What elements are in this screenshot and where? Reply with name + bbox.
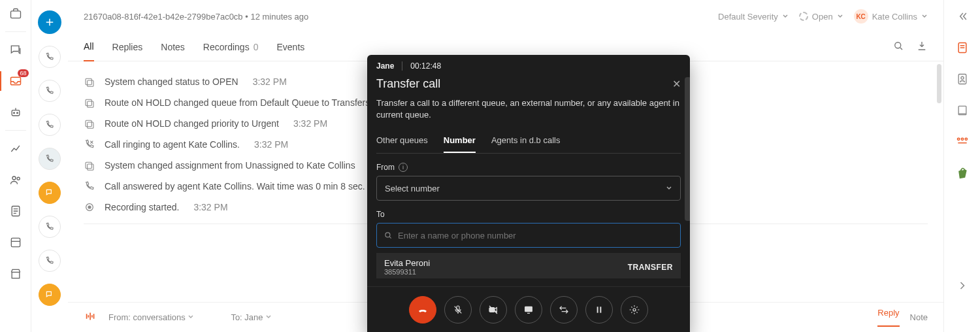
modal-duration: 00:12:48	[410, 61, 441, 71]
modal-tab-number[interactable]: Number	[444, 130, 476, 153]
to-label: To	[376, 210, 385, 219]
svg-point-27	[965, 138, 967, 140]
timeline-text: Route oN HOLD changed queue from Default…	[105, 97, 370, 108]
timeline-text: Route oN HOLD changed priority to Urgent	[105, 118, 279, 129]
call-item[interactable]	[39, 250, 61, 272]
journey-panel-icon[interactable]	[955, 135, 970, 149]
severity-dropdown[interactable]: Default Severity	[718, 12, 789, 22]
transfer-result-row[interactable]: Evita Peroni 38599311 TRANSFER	[376, 253, 681, 278]
shopify-icon[interactable]	[955, 166, 970, 180]
download-icon[interactable]	[916, 40, 928, 54]
status-circle-icon	[799, 12, 808, 21]
analytics-icon[interactable]	[8, 141, 23, 156]
add-button[interactable]	[38, 10, 61, 34]
call-item[interactable]	[39, 80, 61, 102]
modal-scrollbar[interactable]	[685, 77, 690, 221]
svg-rect-16	[88, 122, 93, 128]
tab-recordings[interactable]: Recordings0	[203, 33, 259, 61]
video-off-button[interactable]	[480, 296, 507, 324]
assignee-dropdown[interactable]: KCKate Collins	[854, 9, 928, 24]
transfer-button[interactable]: TRANSFER	[628, 263, 673, 272]
timeline-time: 3:32 PM	[254, 139, 288, 150]
modal-tab-other-queues[interactable]: Other queues	[376, 130, 428, 153]
timeline-text: System changed status to OPEN	[105, 76, 238, 87]
transfer-button-icon[interactable]	[550, 296, 578, 324]
svg-rect-2	[12, 110, 20, 116]
end-call-button[interactable]	[409, 296, 436, 324]
status-dropdown[interactable]: Open	[799, 12, 843, 22]
scrollbar[interactable]	[937, 64, 941, 103]
svg-point-3	[13, 112, 14, 114]
reply-button[interactable]: Reply	[877, 308, 899, 327]
svg-point-10	[895, 42, 901, 48]
info-icon[interactable]: i	[399, 163, 408, 172]
tab-all[interactable]: All	[84, 33, 94, 61]
contact-panel-icon[interactable]	[955, 72, 970, 86]
reply-to[interactable]: To: Jane	[231, 312, 272, 322]
collapse-icon[interactable]	[955, 9, 970, 24]
tab-replies[interactable]: Replies	[112, 33, 143, 61]
waveform-icon	[84, 312, 98, 323]
svg-point-4	[16, 112, 18, 114]
doc-icon[interactable]	[8, 204, 23, 218]
book-panel-icon[interactable]	[955, 103, 970, 118]
avatar: KC	[854, 9, 868, 24]
modal-subtitle: Transfer a call to a different queue, an…	[376, 97, 681, 121]
modal-caller: Jane	[376, 61, 394, 71]
reply-from[interactable]: From: conversations	[108, 312, 194, 322]
svg-rect-11	[86, 78, 91, 84]
hold-button[interactable]	[585, 296, 613, 324]
from-number-select[interactable]: Select number	[376, 176, 681, 201]
briefcase-icon[interactable]	[8, 7, 23, 21]
modal-tab-agents[interactable]: Agents in d.b calls	[491, 130, 561, 153]
ticket-age: 12 minutes ago	[250, 12, 308, 22]
call-item[interactable]	[39, 46, 61, 68]
svg-rect-0	[10, 11, 20, 18]
timeline-text: Call ringing to agent Kate Collins.	[105, 139, 240, 150]
call-item-selected[interactable]	[39, 148, 61, 170]
bookmark-icon[interactable]	[8, 235, 23, 250]
timeline-text: Call answered by agent Kate Collins. Wai…	[105, 181, 365, 191]
tab-notes[interactable]: Notes	[161, 33, 185, 61]
mute-button[interactable]	[444, 296, 472, 324]
search-icon[interactable]	[892, 40, 904, 54]
notes-panel-icon[interactable]	[955, 41, 970, 55]
modal-tabs: Other queues Number Agents in d.b calls	[376, 130, 681, 154]
store-icon[interactable]	[8, 267, 23, 281]
bot-icon[interactable]	[8, 105, 23, 120]
ticket-id: 21670a08-816f-42e1-b42e-2799be7ac0cb	[84, 12, 243, 22]
svg-point-28	[385, 233, 390, 237]
settings-button[interactable]	[621, 296, 648, 324]
call-item[interactable]	[39, 114, 61, 136]
svg-rect-15	[86, 120, 91, 126]
timeline-text: Recording started.	[105, 202, 179, 212]
note-button[interactable]: Note	[910, 312, 928, 322]
chat-icon[interactable]	[8, 42, 23, 57]
result-name: Evita Peroni	[384, 258, 430, 268]
screen-share-button[interactable]	[515, 296, 542, 324]
call-item-active[interactable]	[39, 284, 61, 306]
svg-rect-31	[525, 307, 532, 312]
call-item-active[interactable]	[39, 182, 61, 204]
to-input-field[interactable]	[398, 231, 674, 241]
expand-right-icon[interactable]	[955, 278, 970, 293]
status-icon	[84, 97, 95, 108]
nav-rail-right	[943, 0, 980, 332]
call-icon	[84, 139, 95, 150]
to-search-input[interactable]	[376, 223, 681, 248]
svg-rect-8	[11, 238, 20, 246]
call-item[interactable]	[39, 216, 61, 238]
svg-point-25	[957, 138, 959, 140]
tab-events[interactable]: Events	[276, 33, 304, 61]
phone-icon	[84, 180, 95, 192]
team-icon[interactable]	[8, 173, 23, 187]
svg-rect-18	[88, 164, 93, 170]
result-number: 38599311	[384, 268, 430, 276]
modal-title: Transfer call	[376, 77, 440, 91]
inbox-icon[interactable]: 68	[8, 74, 23, 88]
close-icon[interactable]: ✕	[672, 78, 681, 90]
ticket-header: 21670a08-816f-42e1-b42e-2799be7ac0cb • 1…	[68, 0, 943, 33]
timeline-time: 3:32 PM	[193, 202, 227, 212]
status-icon	[84, 76, 95, 88]
search-icon	[384, 231, 393, 240]
